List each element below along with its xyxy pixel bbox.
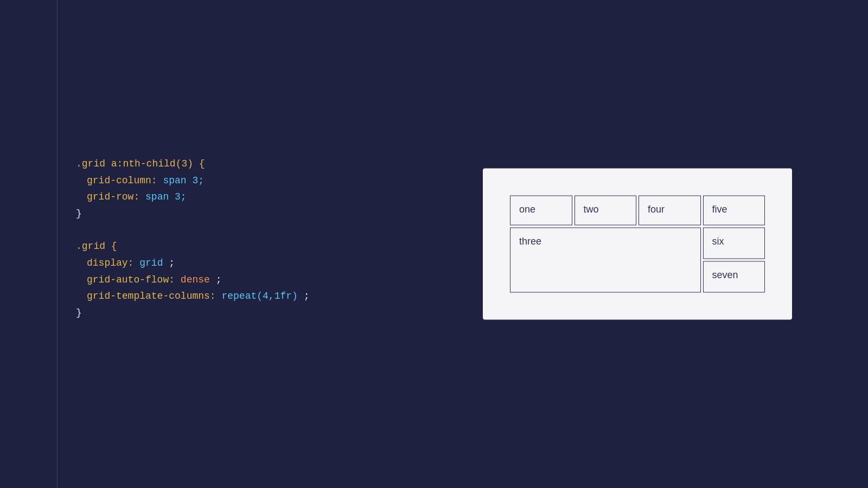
code-line-auto-flow: grid-auto-flow: dense ; [76, 272, 310, 288]
code-line-display: display: grid ; [76, 255, 310, 272]
code-semi-auto-flow: ; [216, 274, 222, 285]
left-divider [57, 0, 58, 488]
grid-item-seven: seven [703, 261, 765, 293]
code-block-1: .grid a:nth-child(3) { grid-column: span… [76, 156, 310, 222]
code-block-2: .grid { display: grid ; grid-auto-flow: … [76, 239, 310, 322]
code-val-template-cols: repeat(4,1fr) [221, 291, 297, 301]
code-prop-grid-column: grid-column: [87, 175, 157, 186]
code-close-1: } [76, 206, 310, 222]
code-prop-display: display: [87, 258, 133, 268]
code-val-display: grid [139, 258, 163, 268]
code-line-grid-row: grid-row: span 3; [76, 189, 310, 206]
code-selector-1: .grid a:nth-child(3) { [76, 156, 310, 172]
demo-panel: one two four five three six seven [483, 169, 792, 320]
code-selector-2: .grid { [76, 239, 310, 255]
code-line-grid-column: grid-column: span 3; [76, 172, 310, 189]
code-prop-template-cols: grid-template-columns: [87, 291, 216, 301]
grid-item-five: five [703, 196, 765, 226]
code-close-2: } [76, 305, 310, 322]
code-prop-grid-row: grid-row: [87, 192, 139, 203]
grid-item-four: four [639, 196, 701, 226]
code-val-grid-row: span 3; [145, 192, 187, 203]
grid-item-six: six [703, 228, 765, 259]
grid-item-three: three [510, 228, 701, 293]
code-prop-auto-flow: grid-auto-flow: [87, 274, 175, 285]
code-val-grid-column: span 3; [163, 175, 204, 186]
grid-item-one: one [510, 196, 572, 226]
code-semi-display: ; [169, 258, 175, 268]
code-line-template-cols: grid-template-columns: repeat(4,1fr) ; [76, 288, 310, 305]
grid-item-two: two [575, 196, 637, 226]
css-grid-demo: one two four five three six seven [510, 196, 765, 293]
code-val-auto-flow: dense [181, 274, 210, 285]
code-semi-template-cols: ; [304, 291, 310, 301]
code-panel: .grid a:nth-child(3) { grid-column: span… [76, 156, 310, 332]
